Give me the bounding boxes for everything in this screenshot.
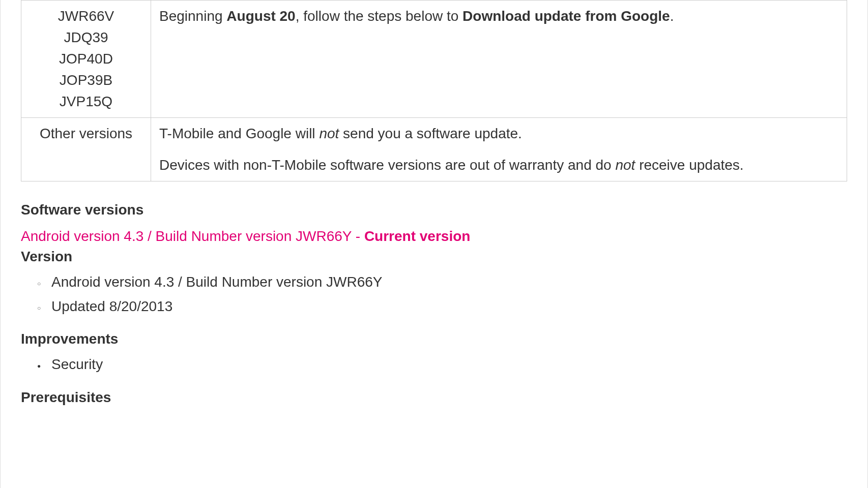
build-code: JWR66V	[30, 6, 142, 27]
list-item: Updated 8/20/2013	[51, 294, 847, 319]
version-heading: Version	[21, 249, 847, 265]
list-item: Security	[51, 352, 847, 377]
list-item: Android version 4.3 / Build Number versi…	[51, 270, 847, 294]
link-text: Android version 4.3 / Build Number versi…	[21, 228, 364, 244]
text: Beginning	[159, 8, 226, 24]
text: , follow the steps below to	[296, 8, 462, 24]
improvements-heading: Improvements	[21, 331, 847, 347]
action-bold: Download update from Google	[462, 8, 670, 24]
other-versions-cell: Other versions	[21, 118, 151, 181]
versions-table: JWR66V JDQ39 JOP40D JOP39B JVP15Q Beginn…	[21, 0, 847, 181]
date-bold: August 20	[226, 8, 295, 24]
current-version-link[interactable]: Android version 4.3 / Build Number versi…	[21, 228, 847, 245]
text: .	[670, 8, 674, 24]
instruction-cell: Beginning August 20, follow the steps be…	[151, 1, 847, 118]
italic-text: not	[319, 126, 339, 141]
build-code: JOP39B	[30, 70, 142, 91]
build-codes-cell: JWR66V JDQ39 JOP40D JOP39B JVP15Q	[21, 1, 151, 118]
text: receive updates.	[635, 157, 743, 173]
text: Devices with non-T-Mobile software versi…	[159, 157, 615, 173]
table-row: JWR66V JDQ39 JOP40D JOP39B JVP15Q Beginn…	[21, 1, 847, 118]
build-code: JDQ39	[30, 27, 142, 48]
label: Other versions	[40, 126, 132, 141]
software-versions-heading: Software versions	[21, 202, 847, 218]
table-row: Other versions T-Mobile and Google will …	[21, 118, 847, 181]
other-versions-instruction: T-Mobile and Google will not send you a …	[151, 118, 847, 181]
text: send you a software update.	[339, 126, 522, 141]
text: T-Mobile and Google will	[159, 126, 319, 141]
build-code: JVP15Q	[30, 91, 142, 112]
build-code: JOP40D	[30, 48, 142, 70]
link-bold: Current version	[364, 228, 471, 244]
improvements-list: Security	[21, 352, 847, 377]
italic-text: not	[615, 157, 635, 173]
version-list: Android version 4.3 / Build Number versi…	[21, 270, 847, 318]
prerequisites-heading: Prerequisites	[21, 389, 847, 406]
